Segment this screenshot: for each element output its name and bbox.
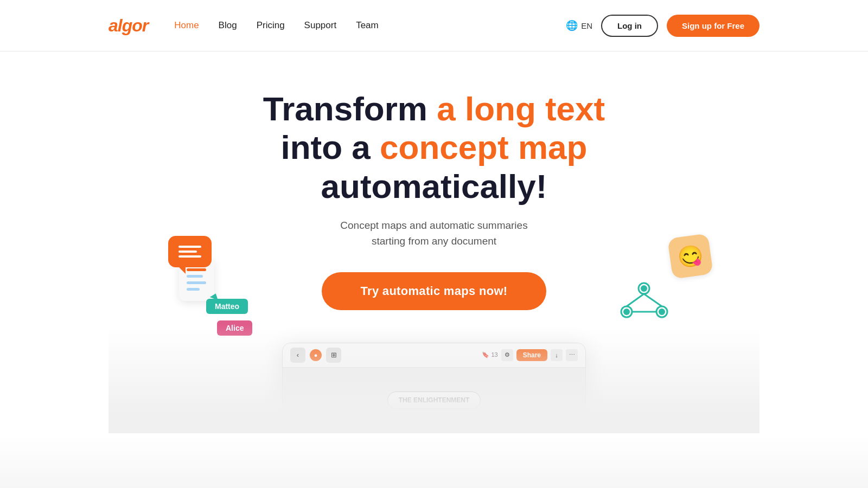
toolbar-gear-icon: ⚙ — [501, 349, 513, 361]
nav-team[interactable]: Team — [356, 20, 379, 31]
svg-point-7 — [623, 309, 630, 315]
toolbar-download-icon: ↓ — [551, 349, 563, 361]
nav-support[interactable]: Support — [304, 20, 337, 31]
preview-window: ‹ ● ⊞ 🔖 13 ⚙ Share ↓ ⋯ THE ENLIGHTENMENT — [282, 343, 586, 433]
svg-line-4 — [644, 294, 662, 306]
toolbar-active-icon: ● — [310, 349, 322, 361]
concept-node: THE ENLIGHTENMENT — [387, 391, 481, 409]
toolbar-nav-icon: ‹ — [290, 348, 305, 363]
signup-button[interactable]: Sign up for Free — [667, 15, 760, 37]
hero-title-concept-map: concept map — [380, 129, 587, 166]
happy-emoji-icon: 😋 — [667, 233, 713, 279]
nav-right: 🌐 EN Log in Sign up for Free — [566, 15, 760, 37]
nav-blog[interactable]: Blog — [219, 20, 237, 31]
hero-title-transform: Transform — [263, 90, 427, 127]
emoji-decoration: ✕ 😋 — [670, 236, 711, 277]
toolbar-more-icon: ⋯ — [566, 349, 578, 361]
network-icon — [618, 282, 670, 325]
nav-pricing[interactable]: Pricing — [257, 20, 285, 31]
collaborator-matteo: Matteo — [206, 299, 248, 314]
toolbar-count: 🔖 13 — [482, 351, 497, 358]
bottom-gradient — [0, 433, 868, 488]
nav-home[interactable]: Home — [174, 20, 199, 31]
hero-title: Transform a long text into a concept map… — [263, 89, 605, 206]
nav-links: Home Blog Pricing Support Team — [174, 20, 378, 31]
share-button[interactable]: Share — [516, 349, 547, 361]
hero-subtitle: Concept maps and automatic summaries sta… — [340, 217, 527, 249]
cta-button[interactable]: Try automatic maps now! — [322, 272, 547, 310]
nav-left: algor Home Blog Pricing Support Team — [108, 16, 379, 36]
navbar: algor Home Blog Pricing Support Team 🌐 E… — [0, 0, 868, 52]
svg-point-6 — [641, 285, 647, 292]
language-selector[interactable]: 🌐 EN — [566, 20, 592, 31]
collaborator-alice: Alice — [217, 320, 252, 336]
logo[interactable]: algor — [108, 16, 148, 36]
globe-icon: 🌐 — [566, 20, 578, 31]
login-button[interactable]: Log in — [601, 15, 658, 37]
hero-title-into: into a — [281, 129, 371, 166]
svg-line-3 — [627, 294, 644, 306]
hero-section: ✕ 😋 Transform a long text into a concept… — [0, 52, 868, 433]
speech-decoration — [157, 236, 222, 301]
toolbar-map-icon: ⊞ — [326, 348, 341, 363]
speech-bubble-icon — [168, 236, 212, 267]
hero-title-automatically: automatically! — [321, 168, 547, 205]
svg-point-8 — [659, 309, 665, 315]
preview-toolbar: ‹ ● ⊞ 🔖 13 ⚙ Share ↓ ⋯ — [283, 343, 585, 368]
app-preview: Matteo Alice — [108, 343, 760, 433]
hero-title-long-text: a long text — [437, 90, 605, 127]
preview-content: THE ENLIGHTENMENT — [283, 368, 585, 433]
language-label: EN — [581, 21, 592, 30]
